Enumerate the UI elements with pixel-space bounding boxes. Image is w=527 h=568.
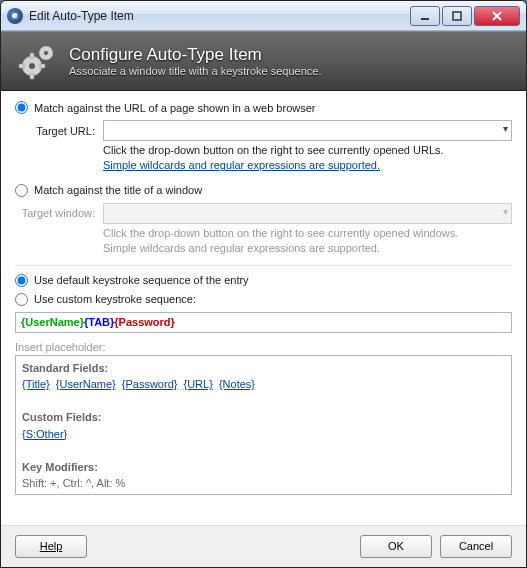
svg-point-9 xyxy=(44,51,48,55)
svg-rect-6 xyxy=(19,64,24,68)
footer: Help OK Cancel xyxy=(1,525,526,567)
custom-sequence-label: Use custom keystroke sequence: xyxy=(34,293,196,305)
placeholder-link[interactable]: {UserName} xyxy=(56,378,116,390)
svg-rect-0 xyxy=(421,18,429,20)
window-hint: Click the drop-down button on the right … xyxy=(103,226,512,241)
match-title-radio[interactable] xyxy=(15,184,28,197)
svg-rect-7 xyxy=(40,64,45,68)
banner: Configure Auto-Type Item Associate a win… xyxy=(1,31,526,91)
default-sequence-radio[interactable] xyxy=(15,274,28,287)
svg-rect-1 xyxy=(453,12,461,20)
target-window-combo: ▾ xyxy=(103,203,512,224)
minimize-button[interactable] xyxy=(410,6,440,26)
placeholder-link[interactable]: {Title} xyxy=(22,378,50,390)
titlebar[interactable]: Edit Auto-Type Item xyxy=(1,1,526,31)
svg-rect-4 xyxy=(30,53,34,58)
match-title-label: Match against the title of a window xyxy=(34,184,202,196)
window-hint2: Simple wildcards and regular expressions… xyxy=(103,241,512,256)
dialog-window: Edit Auto-Type Item Configure Auto-Type … xyxy=(0,0,527,568)
window-title: Edit Auto-Type Item xyxy=(29,9,410,23)
placeholder-box[interactable]: Standard Fields: {Title} {UserName} {Pas… xyxy=(15,355,512,495)
lock-icon xyxy=(7,8,23,24)
default-sequence-label: Use default keystroke sequence of the en… xyxy=(34,274,249,286)
help-button[interactable]: Help xyxy=(15,535,87,558)
svg-rect-5 xyxy=(30,74,34,79)
banner-sub: Associate a window title with a keystrok… xyxy=(69,65,322,77)
placeholder-link[interactable]: {S:Other} xyxy=(22,428,67,440)
chevron-down-icon: ▾ xyxy=(503,206,508,217)
target-url-combo[interactable]: ▾ xyxy=(103,120,512,141)
placeholder-link[interactable]: {URL} xyxy=(184,378,213,390)
target-window-label: Target window: xyxy=(15,207,95,219)
placeholder-label: Insert placeholder: xyxy=(15,341,512,353)
placeholder-link[interactable]: {Notes} xyxy=(219,378,255,390)
content-area: Match against the URL of a page shown in… xyxy=(1,91,526,505)
maximize-button[interactable] xyxy=(442,6,472,26)
std-fields-heading: Standard Fields: xyxy=(22,360,505,377)
separator xyxy=(15,265,512,266)
url-hint: Click the drop-down button on the right … xyxy=(103,143,512,158)
key-modifiers-heading: Key Modifiers: xyxy=(22,459,505,476)
placeholder-link[interactable]: {Password} xyxy=(122,378,178,390)
url-wildcard-link[interactable]: Simple wildcards and regular expressions… xyxy=(103,159,380,171)
close-button[interactable] xyxy=(474,6,520,26)
ok-button[interactable]: OK xyxy=(360,535,432,558)
match-url-label: Match against the URL of a page shown in… xyxy=(34,102,315,114)
custom-fields-heading: Custom Fields: xyxy=(22,409,505,426)
match-url-radio[interactable] xyxy=(15,101,28,114)
sequence-input[interactable]: {UserName}{TAB}{Password} xyxy=(15,312,512,333)
banner-heading: Configure Auto-Type Item xyxy=(69,45,322,65)
svg-point-3 xyxy=(29,63,35,69)
target-url-label: Target URL: xyxy=(15,125,95,137)
gears-icon xyxy=(17,41,57,81)
cancel-button[interactable]: Cancel xyxy=(440,535,512,558)
key-modifiers-text: Shift: +, Ctrl: ^, Alt: % xyxy=(22,475,505,492)
custom-sequence-radio[interactable] xyxy=(15,293,28,306)
chevron-down-icon: ▾ xyxy=(503,123,508,134)
